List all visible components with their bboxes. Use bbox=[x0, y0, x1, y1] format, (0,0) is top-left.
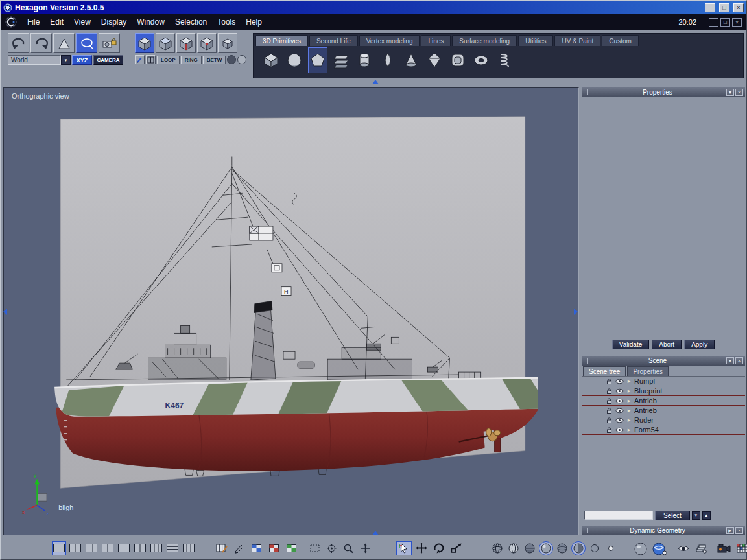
material-sphere-button[interactable] bbox=[632, 541, 649, 555]
scene-filter-input[interactable] bbox=[584, 511, 653, 520]
marquee-select-button[interactable] bbox=[307, 541, 322, 555]
scene-tree-row-blueprint[interactable]: ▸ Blueprint bbox=[582, 386, 745, 396]
panel-close-button[interactable]: × bbox=[735, 89, 743, 96]
area-select-button[interactable] bbox=[146, 55, 156, 64]
visibility-eye-icon[interactable] bbox=[615, 426, 624, 434]
selection-mode-vertex-button[interactable] bbox=[197, 33, 217, 53]
face-tool-button[interactable] bbox=[53, 33, 75, 53]
panel-expand-button[interactable]: ▶ bbox=[726, 527, 734, 534]
menu-help[interactable]: Help bbox=[241, 16, 267, 29]
checker-red-button[interactable] bbox=[267, 541, 282, 555]
scene-tree-row-antrieb-1[interactable]: ▸ Antrieb bbox=[582, 396, 745, 406]
menu-edit[interactable]: Edit bbox=[45, 16, 69, 29]
layout-two-plus-one-button[interactable] bbox=[133, 541, 147, 555]
apply-button[interactable]: Apply bbox=[684, 340, 715, 349]
toolbar-collapse-arrow[interactable] bbox=[372, 80, 379, 84]
checker-blue-button[interactable] bbox=[249, 541, 265, 555]
primitive-cube-button[interactable] bbox=[261, 47, 281, 73]
visibility-eye-icon[interactable] bbox=[615, 417, 624, 424]
uv-grid-button[interactable] bbox=[214, 541, 230, 555]
panel-close-button[interactable]: × bbox=[735, 527, 743, 534]
tab-second-life[interactable]: Second Life bbox=[309, 35, 358, 46]
visibility-toggle-button[interactable] bbox=[676, 541, 691, 555]
grow-selection-button[interactable] bbox=[227, 55, 236, 64]
menu-view[interactable]: View bbox=[69, 16, 96, 29]
properties-panel-header[interactable]: Properties ▼ × bbox=[582, 88, 745, 97]
validate-button[interactable]: Validate bbox=[612, 340, 649, 349]
visibility-eye-icon[interactable] bbox=[615, 407, 624, 414]
lock-icon[interactable] bbox=[605, 378, 613, 385]
primitive-cone-button[interactable] bbox=[401, 47, 421, 73]
layout-single-button[interactable] bbox=[52, 541, 66, 555]
lock-icon[interactable] bbox=[605, 417, 613, 424]
minimize-button[interactable]: – bbox=[705, 3, 715, 12]
visibility-eye-icon[interactable] bbox=[615, 397, 624, 404]
shrink-selection-button[interactable] bbox=[237, 55, 246, 64]
wireframe-mode-button[interactable] bbox=[490, 541, 504, 555]
expand-arrow-icon[interactable]: ▸ bbox=[626, 426, 632, 433]
loop-button[interactable]: LOOP bbox=[157, 56, 180, 64]
primitive-chamfer-box-button[interactable] bbox=[448, 47, 468, 73]
layout-three-columns-button[interactable] bbox=[149, 541, 163, 555]
scene-tree-row-rumpf[interactable]: ▸ Rumpf bbox=[582, 377, 745, 386]
zoom-tool-button[interactable] bbox=[341, 541, 356, 555]
xyz-button[interactable]: XYZ bbox=[72, 55, 92, 65]
layout-one-plus-two-button[interactable] bbox=[101, 541, 115, 555]
shaded-wire-mode-button[interactable] bbox=[555, 541, 569, 555]
scene-tree-row-antrieb-2[interactable]: ▸ Antrieb bbox=[582, 406, 745, 415]
primitive-grid-button[interactable] bbox=[331, 47, 351, 73]
tab-scene-tree[interactable]: Scene tree bbox=[583, 366, 626, 376]
tab-3d-primitives[interactable]: 3D Primitives bbox=[255, 35, 308, 46]
layout-two-vertical-button[interactable] bbox=[84, 541, 99, 555]
panel-grip[interactable] bbox=[584, 528, 589, 533]
expand-arrow-icon[interactable]: ▸ bbox=[626, 407, 632, 414]
ring-button[interactable]: RING bbox=[181, 56, 202, 64]
primitive-teardrop-button[interactable] bbox=[378, 47, 397, 73]
menu-window[interactable]: Window bbox=[132, 16, 170, 29]
maximize-button[interactable]: □ bbox=[719, 3, 729, 12]
snap-target-button[interactable] bbox=[324, 541, 339, 555]
camera-view-button[interactable] bbox=[715, 541, 733, 555]
right-panel-collapse-arrow[interactable] bbox=[574, 309, 578, 315]
tab-lines[interactable]: Lines bbox=[421, 35, 451, 46]
camera-button[interactable]: CAMERA bbox=[93, 55, 123, 65]
tab-vertex-modeling[interactable]: Vertex modeling bbox=[359, 35, 420, 46]
tab-scene-properties[interactable]: Properties bbox=[627, 366, 669, 376]
titlebar[interactable]: Hexagon Version 2.5.0.5 – □ × bbox=[1, 1, 746, 14]
flat-shade-mode-button[interactable] bbox=[523, 541, 537, 555]
textured-mode-button[interactable] bbox=[571, 541, 586, 555]
tab-utilities[interactable]: Utilities bbox=[518, 35, 553, 46]
panel-grip[interactable] bbox=[584, 358, 589, 364]
scene-tree-row-ruder[interactable]: ▸ Ruder bbox=[582, 415, 745, 425]
close-button[interactable]: × bbox=[733, 3, 744, 12]
menu-file[interactable]: File bbox=[22, 16, 45, 29]
paint-brush-button[interactable] bbox=[231, 541, 247, 555]
expand-arrow-icon[interactable]: ▸ bbox=[626, 388, 632, 394]
panel-close-button[interactable]: × bbox=[735, 357, 743, 364]
tab-uv-paint[interactable]: UV & Paint bbox=[554, 35, 600, 46]
render-grid-button[interactable] bbox=[735, 541, 747, 555]
point-mode-button[interactable] bbox=[604, 541, 618, 555]
menu-display[interactable]: Display bbox=[96, 16, 132, 29]
lock-icon[interactable] bbox=[605, 388, 613, 395]
expand-arrow-icon[interactable]: ▸ bbox=[626, 378, 632, 384]
scene-panel-header[interactable]: Scene ▼ × bbox=[582, 356, 745, 366]
select-up-button[interactable]: ▲ bbox=[702, 511, 711, 520]
world-select-dropdown-button[interactable]: ▼ bbox=[61, 55, 71, 65]
layout-two-horizontal-button[interactable] bbox=[117, 541, 131, 555]
scene-tree-row-form54[interactable]: ▸ Form54 bbox=[582, 425, 745, 435]
move-tool-button[interactable] bbox=[414, 541, 429, 555]
mdi-maximize-button[interactable]: □ bbox=[720, 18, 730, 27]
layout-quad-button[interactable] bbox=[68, 541, 82, 555]
manipulator-tool-button[interactable] bbox=[396, 541, 412, 555]
mdi-close-button[interactable]: × bbox=[732, 18, 742, 27]
panel-grip[interactable] bbox=[584, 89, 589, 95]
layout-three-rows-button[interactable] bbox=[165, 541, 180, 555]
viewport-3d[interactable]: H bbox=[3, 88, 579, 535]
dynamic-geometry-header[interactable]: Dynamic Geometry ▶ × bbox=[582, 526, 745, 535]
selection-mode-auto-button[interactable] bbox=[218, 33, 237, 53]
panel-menu-button[interactable]: ▼ bbox=[726, 357, 734, 364]
environment-sphere-button[interactable] bbox=[651, 541, 669, 555]
primitive-sphere-button[interactable] bbox=[285, 47, 304, 73]
expand-arrow-icon[interactable]: ▸ bbox=[626, 417, 632, 423]
